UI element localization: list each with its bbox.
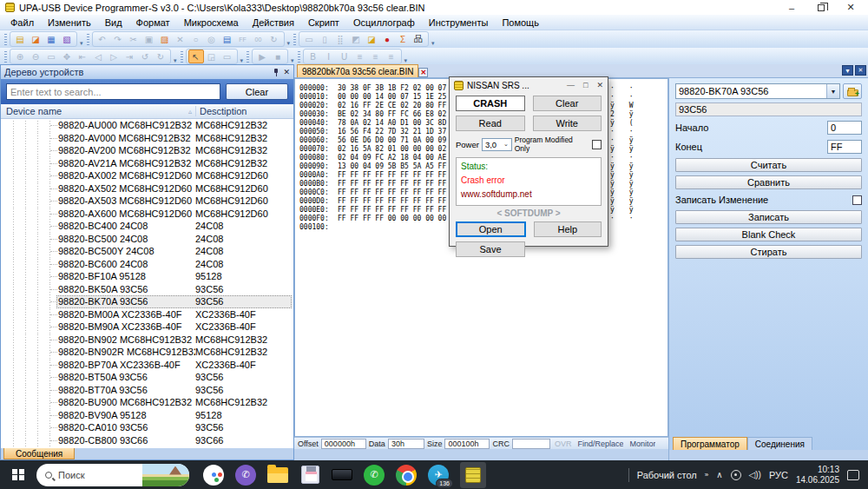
back-icon[interactable]: ↺ [137,50,153,63]
tree-row[interactable]: 98820-BT70A 93C56 93C56 [1,384,293,397]
toolbar-grip[interactable] [87,34,89,45]
save-app-icon[interactable] [299,465,320,486]
italic-icon[interactable]: I [321,50,337,63]
clear-button-dialog[interactable]: Clear [533,96,602,111]
tree-row[interactable]: 98820-BC600 24C08 24C08 [1,258,293,271]
cut-icon[interactable]: ✂ [126,32,141,46]
toolbar-overflow-icon[interactable]: ▾ [286,40,292,48]
program-modified-checkbox[interactable] [592,140,602,149]
fit-icon[interactable]: ▭ [43,50,59,63]
paste-icon[interactable]: ▨ [157,32,173,46]
menu-item[interactable]: Вид [98,16,129,30]
softdump-site-link[interactable]: www.softdump.net [461,188,596,202]
tree-row[interactable]: 98820-BK70A 93C56 93C56 [1,295,293,308]
menu-item[interactable]: Микросхема [177,16,246,30]
desktop-label[interactable]: Рабочий стол [637,470,697,480]
tray-app-icon[interactable] [731,470,741,480]
menu-item[interactable]: Помощь [495,16,546,30]
save-icon[interactable]: ▦ [43,32,59,46]
start-button[interactable] [0,460,36,489]
tree-row[interactable]: 98820-BK50A 93C56 93C56 [1,283,293,296]
menu-item[interactable]: Формат [129,16,177,30]
volume-icon[interactable]: ◁)) [749,470,761,479]
viber-icon[interactable]: ✆ [235,465,256,486]
start-address-input[interactable] [827,121,862,135]
file-explorer-icon[interactable] [267,465,288,486]
tree-row[interactable]: 98820-BT50A 93C56 93C56 [1,371,293,384]
notification-icon[interactable] [847,470,859,480]
underline-icon[interactable]: U [337,50,352,63]
blank-check-button[interactable]: Blank Check [675,228,862,241]
tree-row[interactable]: 98820-AX002 MC68HC912D60 MC68HC912D60 [1,169,293,182]
next-icon[interactable]: ▷ [106,50,122,63]
tab-connections[interactable]: Соединения [747,437,812,450]
tree-row[interactable]: 98820-BN902 MC68HC912B32 MC68HC912B32 [1,334,293,347]
erase-button[interactable]: Стирать [675,245,862,259]
dialog-minimize-icon[interactable]: — [567,81,575,89]
upa-app-taskbar-icon[interactable] [460,462,486,488]
column-device-name[interactable]: Device name▵ [1,106,195,116]
menu-item[interactable]: Файл [3,16,41,30]
menu-item[interactable]: Инструменты [422,16,496,30]
tree-row[interactable]: 98820-BM00A XC2336B-40F XC2336B-40F [1,308,293,321]
toolbar-overflow-icon[interactable]: ▾ [79,40,84,48]
new-file-icon[interactable]: ▤ [12,32,28,46]
dialog-close-icon[interactable]: ✕ [596,81,603,89]
tree-row[interactable]: 98820-AU000 MC68HC912B32 MC68HC912B32 [1,119,293,132]
language-indicator[interactable]: РУС [769,470,788,480]
refresh-icon[interactable]: ↻ [266,32,282,46]
tab-close-icon[interactable]: ✕ [418,68,428,77]
drive-app-icon[interactable] [332,465,352,486]
taskbar-search[interactable]: Поиск [36,464,189,486]
tree-row[interactable]: 98820-BP70A XC2336B-40F XC2336B-40F [1,359,293,372]
taskbar-clock[interactable]: 10:13 14.06.2025 [796,465,839,485]
select-region-icon[interactable]: ◲ [204,50,220,63]
fill-00-icon[interactable]: 00 [251,32,266,46]
align-left-icon[interactable]: ≡ [352,50,368,63]
toolbar-grip[interactable] [4,34,7,45]
tree-row[interactable]: 98820-CB800 93C66 93C66 [1,434,293,447]
find-next-icon[interactable]: ◎ [204,32,220,46]
menu-item[interactable]: Скрипт [301,16,346,30]
search-input[interactable] [6,83,220,100]
network-icon[interactable]: 品 [411,32,426,46]
tree-row[interactable]: 98820-BN902R MC68HC912B32 MC68HC912B32 [1,346,293,359]
prev-icon[interactable]: ◁ [90,50,106,63]
telegram-icon[interactable]: ✈136 [428,465,449,486]
find-replace-link[interactable]: Find/Replace [577,439,623,448]
tree-row[interactable]: 98820-BF10A 95128 95128 [1,270,293,283]
tab-programmer[interactable]: Программатор [673,437,747,450]
grid-icon[interactable]: ⣿ [332,32,348,46]
restore-button[interactable] [816,3,826,13]
tree-row[interactable]: 98820-AX502 MC68HC912D60 MC68HC912D60 [1,182,293,195]
read-chip-button[interactable]: Считать [675,158,862,172]
delete-icon[interactable]: ✕ [173,32,188,46]
help-button[interactable]: Help [534,221,602,237]
sigma-icon[interactable]: Σ [395,32,411,46]
run-icon[interactable]: ▶ [254,50,270,63]
tree-row[interactable]: 98820-AX600 MC68HC912D60 MC68HC912D60 [1,208,293,221]
write-button[interactable]: Write [533,116,602,131]
minimize-button[interactable]: – [786,3,797,13]
monitor-link[interactable]: Monitor [629,439,655,448]
google-account-icon[interactable] [203,465,224,486]
tree-row[interactable]: 98820-AX503 MC68HC912D60 MC68HC912D60 [1,195,293,208]
close-panel-icon[interactable]: ✕ [283,68,290,76]
toolbar-grip[interactable] [298,51,300,63]
save-button[interactable]: Save [456,241,525,257]
redo-icon[interactable]: ↷ [110,32,126,46]
package-icon[interactable]: ▯ [317,32,332,46]
bold-icon[interactable]: B [306,50,321,63]
tree-row[interactable]: 98820-BV90A 95128 95128 [1,409,293,422]
report-icon[interactable]: ▤ [220,32,235,46]
close-document-icon[interactable]: ✕ [855,65,866,76]
end-address-input[interactable] [827,140,862,154]
dialog-titlebar[interactable]: NISSAN SRS ... — □ ✕ [450,77,608,93]
tab-messages[interactable]: Сообщения [3,448,75,459]
tree-row[interactable]: 98820-CB80D 93C66 93C66 [1,446,293,448]
tree-row[interactable]: 98820-AV21A MC68HC912B32 MC68HC912B32 [1,157,293,170]
find-icon[interactable]: ○ [188,32,204,46]
annotate-icon[interactable]: ▭ [220,50,235,63]
toolbar-grip[interactable] [4,51,7,63]
whatsapp-icon[interactable]: ✆ [364,465,385,486]
